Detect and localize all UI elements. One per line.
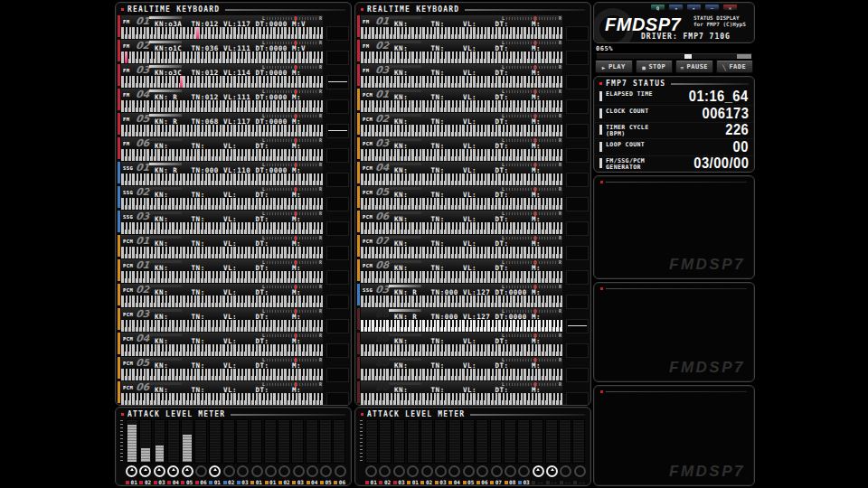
channel-row: PCM 07 KN: TN: VL: DT: M: L R [355, 235, 590, 259]
piano-keyboard [121, 125, 323, 136]
ring-icon [435, 465, 447, 477]
pan-scale [267, 188, 317, 191]
mid-keyboard-panel: REALTIME KEYBOARD FM 01 KN: TN: VL: DT: … [354, 2, 591, 406]
channel-number-label: 05 [135, 357, 150, 369]
envelope-box [566, 124, 589, 138]
channel-number-label: 03 [374, 284, 390, 296]
pan-scale [506, 334, 557, 337]
pan-scale [506, 139, 557, 142]
channel-level-gauge [149, 65, 182, 68]
channel-number-label: 03 [374, 137, 390, 149]
channel-type-label: FM [123, 68, 129, 73]
panel-title: ATTACK LEVEL METER [127, 410, 225, 418]
envelope-box [326, 124, 349, 138]
pan-meter: L R [502, 284, 561, 289]
pan-right-label: R [319, 65, 322, 70]
pan-scale [506, 359, 557, 361]
piano-keyboard [121, 76, 323, 88]
meter-channel-label: 01 [209, 479, 221, 485]
pan-right-label: R [559, 236, 561, 240]
meter-channel-label: 01 [250, 479, 262, 485]
pressed-key [180, 76, 183, 88]
minimize-window-button[interactable]: ─ [704, 4, 720, 11]
channel-number-label: 01 [374, 15, 390, 27]
channel-color-bar [357, 89, 360, 110]
pan-scale [267, 42, 317, 44]
meter-channel-label: 07 [490, 479, 502, 485]
status-value: 01:16_64 [689, 89, 749, 105]
pan-meter: L R [262, 333, 322, 338]
channel-row: PCM 05 KN: TN: VL: DT: M: L R [355, 186, 590, 211]
channel-indicator-ring [546, 465, 558, 478]
empty-display-card-1: FMDSP7 [593, 175, 755, 279]
status-tick-bar [599, 125, 602, 135]
meter-channel-label: 05 [320, 479, 332, 485]
pan-marker-icon [534, 187, 536, 192]
channel-indicator-ring [293, 465, 305, 478]
channel-number-text: 06 [200, 479, 206, 485]
envelope-box [326, 26, 349, 41]
volume-slider[interactable] [596, 53, 752, 60]
stop-button[interactable]: ■ STOP [636, 61, 674, 73]
pan-scale [267, 90, 317, 93]
channel-color-square [379, 481, 382, 484]
status-tick-bar [599, 142, 602, 152]
piano-keyboard [121, 100, 323, 112]
channel-level-gauge [389, 211, 421, 214]
pan-marker-icon [295, 285, 297, 289]
channel-color-square [505, 481, 508, 484]
channel-color-bar [357, 284, 360, 305]
channel-level-gauge [389, 89, 421, 92]
meter-channel-label: 02 [379, 479, 391, 485]
close-window-button[interactable]: ✕ [722, 4, 738, 11]
channel-number-label: 01 [135, 259, 150, 271]
channel-number-text: 05 [325, 479, 331, 485]
pan-marker-icon [295, 187, 297, 192]
channel-level-gauge [389, 187, 421, 190]
pan-scale [267, 383, 317, 386]
pan-marker-icon [295, 333, 297, 338]
channel-color-square [365, 481, 369, 484]
next-window-button[interactable]: ▸ [686, 4, 702, 11]
channel-label-strip: PCM 01 KN: TN: VL: DT: M: L R [121, 235, 323, 247]
pan-scale [506, 188, 557, 191]
channel-indicator-ring [278, 465, 290, 478]
pan-left-label: L [502, 333, 505, 338]
channel-type-label: PCM [363, 117, 373, 122]
volume-slider-handle[interactable] [684, 54, 692, 59]
envelope-box [326, 343, 349, 358]
channel-color-square [237, 481, 241, 484]
channel-number-text: 01 [214, 479, 221, 485]
fade-button[interactable]: ╲ FADE [716, 61, 754, 73]
pan-right-label: R [559, 16, 561, 21]
transport-icon: ╲ [722, 64, 726, 70]
ring-icon [278, 465, 290, 477]
meter-channel-label: 04 [306, 479, 317, 485]
pan-right-label: R [559, 309, 561, 314]
pan-scale [506, 261, 557, 264]
channel-rows: FM 01 KN: TN: VL: DT: M: L R FM 02 KN: T… [355, 15, 590, 405]
meter-channel-label: 02 [222, 479, 234, 485]
pause-button[interactable]: = PAUSE [675, 61, 713, 73]
ring-icon [393, 465, 405, 477]
channel-number-text: 02 [228, 479, 234, 485]
meter-channel-label: 01 [407, 479, 419, 485]
red-bullet-icon [600, 390, 603, 393]
pan-scale [267, 286, 317, 288]
pan-right-label: R [559, 41, 561, 45]
status-tick-bar [599, 108, 602, 118]
piano-keyboard [361, 369, 562, 380]
channel-type-label: FM [123, 43, 129, 49]
zoom-window-button[interactable]: Q [650, 4, 665, 11]
meter-channel-label: 01 [365, 479, 377, 485]
ring-icon [237, 465, 249, 477]
panel-header: REALTIME KEYBOARD [355, 3, 590, 14]
pan-right-label: R [319, 285, 322, 289]
channel-color-bar [118, 308, 120, 330]
envelope-box [326, 319, 349, 333]
prev-window-button[interactable]: ◂ [668, 4, 684, 11]
meter-column [126, 419, 138, 464]
meter-column [181, 419, 193, 464]
play-button[interactable]: ▶ PLAY [595, 61, 633, 73]
channel-number-text: 01 [131, 479, 137, 485]
